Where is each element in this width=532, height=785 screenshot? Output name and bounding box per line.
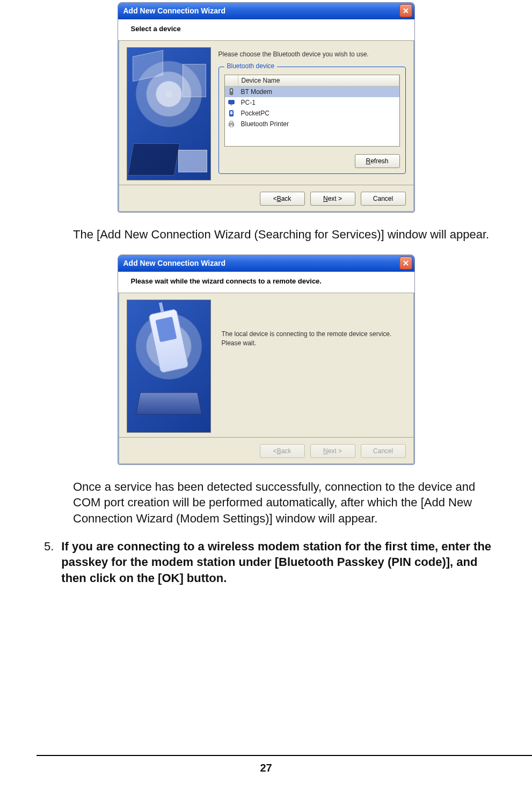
list-item[interactable]: PocketPC (225, 108, 399, 119)
page-number: 27 (0, 762, 532, 774)
wizard-select-device-dialog: Add New Connection Wizard Select a devic… (118, 2, 415, 213)
connecting-text: The local device is connecting to the re… (222, 330, 406, 348)
back-button[interactable]: < Back (260, 192, 305, 206)
svg-rect-3 (230, 105, 232, 106)
subheader: Select a device (118, 19, 414, 41)
svg-rect-5 (230, 111, 232, 114)
list-item[interactable]: PC-1 (225, 97, 399, 108)
device-name: PC-1 (238, 99, 256, 106)
dialog-footer: < Back Next > Cancel (118, 437, 414, 464)
titlebar-text: Add New Connection Wizard (123, 259, 399, 267)
svg-rect-7 (230, 121, 232, 123)
next-button[interactable]: Next > (310, 192, 355, 206)
pda-icon (225, 110, 238, 117)
connecting-line1: The local device is connecting to the re… (222, 330, 406, 339)
groupbox-label: Bluetooth device (224, 62, 278, 70)
device-name: PocketPC (238, 110, 269, 117)
cancel-button: Cancel (361, 444, 406, 458)
page-divider (37, 755, 532, 756)
list-item[interactable]: Bluetooth Printer (225, 119, 399, 129)
titlebar[interactable]: Add New Connection Wizard (118, 3, 414, 19)
close-button[interactable] (399, 4, 412, 17)
step-text: If you are connecting to a wireless mode… (61, 539, 495, 586)
svg-rect-8 (230, 125, 232, 127)
cancel-button[interactable]: Cancel (361, 192, 406, 206)
step-number: 5. (44, 539, 54, 586)
list-item[interactable]: BT Modem (225, 86, 399, 97)
svg-rect-2 (228, 100, 234, 104)
dialog-footer: < Back Next > Cancel (118, 185, 414, 212)
printer-icon (225, 120, 238, 128)
column-icon[interactable] (225, 75, 238, 86)
bluetooth-device-groupbox: Bluetooth device Device Name BT Modem (218, 67, 406, 174)
device-name: BT Modem (238, 88, 272, 96)
subheader: Please wait while the wizard connects to… (118, 272, 414, 293)
instruction-text: Please choose the Bluetooth device you w… (218, 50, 406, 58)
listview-header[interactable]: Device Name (225, 75, 399, 86)
svg-rect-1 (230, 90, 232, 92)
refresh-button[interactable]: Refresh (355, 154, 400, 168)
wizard-illustration (127, 300, 211, 433)
close-icon (403, 259, 409, 267)
connecting-line2: Please wait. (222, 339, 406, 348)
monitor-icon (225, 99, 238, 106)
titlebar-text: Add New Connection Wizard (123, 6, 399, 15)
back-button: < Back (260, 444, 305, 458)
wizard-illustration (127, 47, 211, 180)
column-devicename[interactable]: Device Name (238, 75, 399, 86)
svg-rect-0 (230, 89, 232, 95)
close-icon (403, 7, 409, 14)
next-button: Next > (310, 444, 355, 458)
device-name: Bluetooth Printer (238, 120, 289, 128)
phone-icon (225, 88, 238, 96)
close-button[interactable] (399, 257, 412, 270)
wizard-connecting-dialog: Add New Connection Wizard Please wait wh… (118, 255, 415, 465)
device-listview[interactable]: Device Name BT Modem PC-1 (224, 75, 400, 147)
body-paragraph: Once a service has been detected success… (37, 479, 495, 527)
body-paragraph: The [Add New Connection Wizard (Searchin… (37, 227, 495, 243)
titlebar[interactable]: Add New Connection Wizard (118, 255, 414, 272)
step-5: 5. If you are connecting to a wireless m… (37, 539, 495, 586)
